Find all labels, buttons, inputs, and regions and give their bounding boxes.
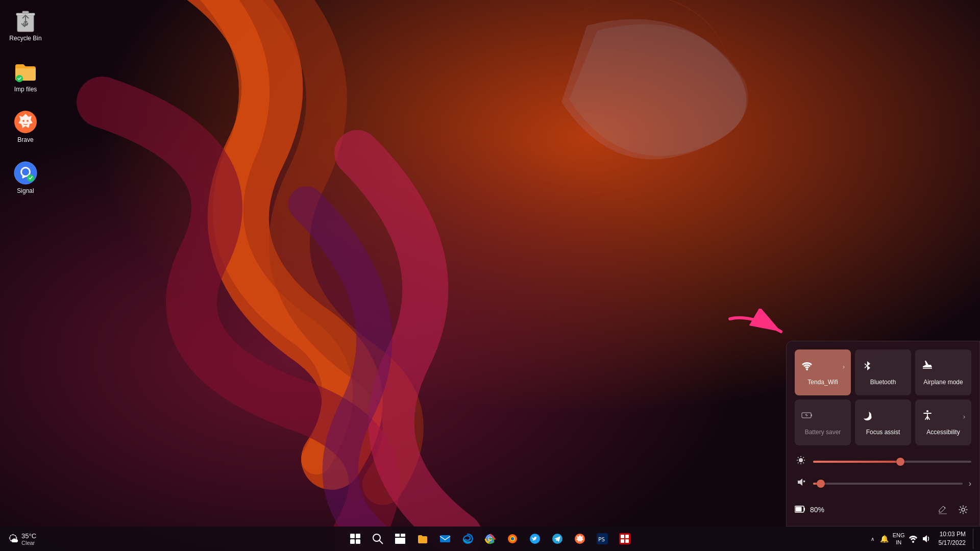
wifi-chevron-icon[interactable]: ›: [843, 363, 845, 370]
battery-widget: 80%: [795, 505, 824, 515]
network-tray-icon[interactable]: [908, 534, 918, 544]
svg-rect-19: [811, 414, 812, 416]
airplane-label: Airplane mode: [921, 379, 965, 386]
show-desktop-button[interactable]: [973, 529, 976, 549]
weather-temp: 35°C: [21, 532, 36, 540]
chrome-button[interactable]: [480, 529, 500, 549]
battery-saver-label: Battery saver: [801, 429, 845, 436]
brave-taskbar-button[interactable]: [570, 529, 590, 549]
desktop-icons: ♻ Recycle Bin Imp files: [5, 5, 46, 198]
clock-time: 10:03 PM: [940, 530, 966, 539]
brave-icon[interactable]: Brave: [5, 107, 46, 147]
weather-condition: Clear: [21, 540, 36, 546]
edge-button[interactable]: [457, 529, 478, 549]
svg-rect-61: [621, 539, 624, 543]
focus-assist-tile[interactable]: Focus assist: [855, 399, 911, 445]
imp-files-label: Imp files: [14, 86, 37, 94]
svg-point-14: [22, 168, 29, 176]
svg-rect-46: [440, 535, 450, 542]
app-button[interactable]: [615, 529, 635, 549]
clock-widget[interactable]: 10:03 PM 5/17/2022: [935, 530, 970, 547]
svg-rect-6: [22, 11, 29, 14]
battery-icon: [795, 505, 806, 515]
start-button[interactable]: [345, 529, 365, 549]
svg-rect-37: [350, 534, 355, 538]
svg-text:PS: PS: [598, 536, 605, 543]
language-widget[interactable]: ENG IN: [893, 532, 905, 546]
bluetooth-label: Bluetooth: [861, 379, 905, 386]
settings-button[interactable]: [955, 502, 971, 518]
svg-line-42: [379, 540, 383, 544]
firefox-button[interactable]: [502, 529, 523, 549]
svg-line-27: [803, 463, 804, 464]
volume-chevron-icon[interactable]: ›: [969, 479, 971, 488]
recycle-bin-icon[interactable]: ♻ Recycle Bin: [5, 5, 46, 46]
mail-button[interactable]: [435, 529, 455, 549]
quick-settings-grid: › Tenda_Wifi Bluetooth: [795, 349, 971, 445]
edit-button[interactable]: [935, 502, 951, 518]
taskbar: 🌤 35°C Clear: [0, 527, 980, 551]
taskbar-right: ∧ 🔔 ENG IN 10:03 PM 5: [869, 529, 976, 549]
volume-mute-icon: [795, 478, 807, 489]
brightness-fill: [813, 461, 900, 463]
bluetooth-tile[interactable]: Bluetooth: [855, 349, 911, 395]
file-explorer-button[interactable]: [412, 529, 433, 549]
brave-image: [13, 110, 38, 134]
svg-line-29: [798, 463, 799, 464]
tray-expand-button[interactable]: ∧: [869, 534, 876, 544]
taskbar-center: PS: [345, 529, 635, 549]
signal-icon[interactable]: Signal: [5, 158, 46, 198]
recycle-bin-image: ♻: [13, 8, 38, 33]
quick-settings-actions: [935, 502, 971, 518]
volume-thumb[interactable]: [817, 480, 825, 488]
brightness-thumb[interactable]: [896, 458, 904, 466]
svg-rect-38: [356, 534, 360, 538]
powershell-button[interactable]: PS: [592, 529, 612, 549]
tray-icon-1[interactable]: 🔔: [879, 534, 890, 544]
weather-icon: 🌤: [8, 533, 18, 545]
svg-point-21: [799, 458, 803, 462]
accessibility-tile[interactable]: › Accessibility: [915, 399, 971, 445]
svg-point-63: [912, 541, 914, 543]
accessibility-label: Accessibility: [921, 429, 965, 436]
signal-image: [13, 161, 38, 185]
svg-text:♻: ♻: [22, 19, 29, 28]
svg-point-10: [22, 120, 24, 122]
signal-label: Signal: [17, 187, 34, 195]
bluetooth-tile-top: [861, 359, 905, 374]
svg-line-28: [803, 457, 804, 458]
twitter-button[interactable]: [525, 529, 545, 549]
airplane-icon: [921, 359, 934, 374]
telegram-button[interactable]: [547, 529, 568, 549]
volume-tray-icon[interactable]: [921, 534, 932, 544]
volume-slider[interactable]: [813, 483, 963, 485]
svg-rect-39: [350, 539, 355, 544]
battery-saver-tile[interactable]: Battery saver: [795, 399, 851, 445]
quick-settings-panel: › Tenda_Wifi Bluetooth: [786, 341, 980, 527]
svg-rect-59: [621, 535, 624, 538]
svg-rect-45: [395, 538, 405, 544]
arrow-pointer: [720, 309, 781, 349]
lang-secondary: IN: [896, 539, 901, 546]
weather-widget[interactable]: 🌤 35°C Clear: [4, 532, 40, 546]
wifi-tile[interactable]: › Tenda_Wifi: [795, 349, 851, 395]
battery-saver-tile-top: [801, 409, 845, 424]
brightness-row: [795, 454, 971, 469]
airplane-tile[interactable]: Airplane mode: [915, 349, 971, 395]
quick-settings-bottom: 80%: [795, 497, 971, 518]
brightness-slider[interactable]: [813, 461, 971, 463]
svg-point-20: [926, 410, 928, 412]
accessibility-chevron-icon[interactable]: ›: [963, 413, 965, 420]
svg-point-41: [373, 534, 380, 541]
svg-line-26: [798, 457, 799, 458]
lang-primary: ENG: [893, 532, 905, 539]
wifi-label: Tenda_Wifi: [801, 379, 845, 386]
search-button[interactable]: [368, 529, 388, 549]
task-view-button[interactable]: [390, 529, 410, 549]
tray-icons: 🔔: [879, 534, 890, 544]
imp-files-icon[interactable]: Imp files: [5, 56, 46, 97]
focus-assist-icon: [861, 409, 873, 424]
svg-rect-43: [395, 534, 400, 537]
accessibility-icon: [921, 409, 934, 424]
brightness-icon: [795, 456, 807, 467]
